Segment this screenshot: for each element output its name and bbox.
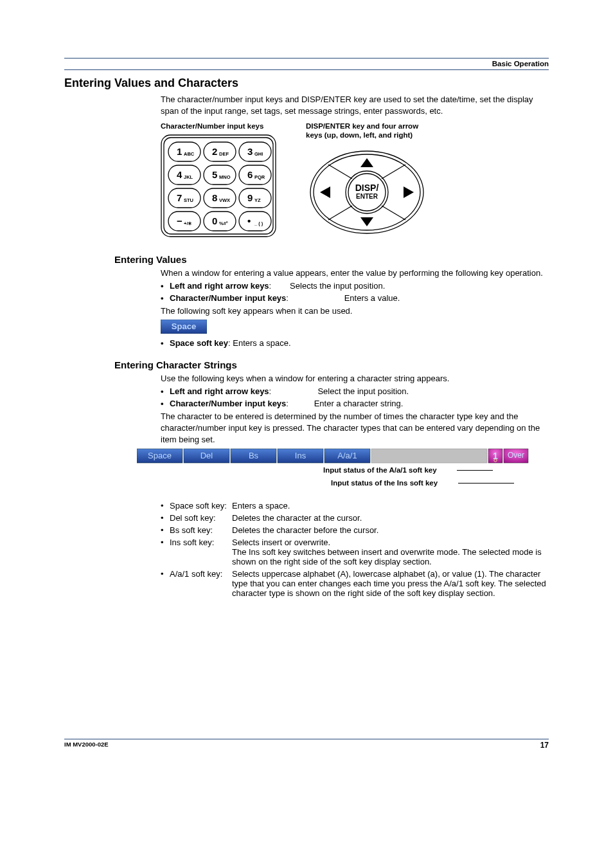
svg-text:%#°: %#° — [219, 221, 228, 226]
keypad-right-label: DISP/ENTER key and four arrow keys (up, … — [306, 122, 473, 140]
svg-text:VWX: VWX — [219, 197, 230, 203]
svg-text:MNO: MNO — [219, 174, 231, 180]
doc-id: IM MV2000-02E — [64, 741, 109, 750]
svg-text:JKL: JKL — [184, 174, 193, 180]
svg-text:YZ: YZ — [254, 197, 261, 203]
svg-rect-64 — [371, 449, 487, 463]
svg-text:9: 9 — [247, 192, 253, 203]
values-li2: • Character/Number input keys: Enters a … — [161, 293, 549, 303]
page-number: 17 — [540, 741, 549, 750]
svg-text:_ ( ): _ ( ) — [254, 221, 263, 226]
svg-text:5: 5 — [212, 169, 217, 180]
strings-heading: Entering Character Strings — [114, 359, 549, 370]
space-softkey-icon: Space — [161, 320, 207, 334]
svg-text:4: 4 — [177, 169, 182, 180]
svg-text:Bs: Bs — [249, 451, 259, 460]
keypad-illustration: .kb { fill:#fff; stroke:#000; stroke-wid… — [161, 134, 276, 237]
values-heading: Entering Values — [114, 254, 549, 265]
svg-text:Del: Del — [200, 451, 213, 460]
intro-text: The character/number input keys and DISP… — [161, 94, 549, 116]
page-title: Entering Values and Characters — [64, 77, 549, 90]
svg-text:+/∗: +/∗ — [184, 221, 192, 226]
callout-ins: Input status of the Ins soft key — [331, 479, 438, 487]
svg-text:7: 7 — [177, 192, 182, 203]
strings-intro: Use the following keys when a window for… — [161, 373, 549, 384]
svg-text:DISP/: DISP/ — [355, 183, 379, 193]
svg-text:1: 1 — [493, 451, 498, 461]
svg-text:8: 8 — [212, 192, 217, 203]
softkey-bar-illustration: SpaceDelBsInsA/a/1 1 Over — [137, 448, 529, 464]
svg-text:Space: Space — [172, 321, 196, 331]
svg-text:A/a/1: A/a/1 — [337, 451, 357, 460]
svg-text:GHI: GHI — [254, 151, 263, 157]
svg-text:0: 0 — [212, 215, 217, 226]
svg-text:ENTER: ENTER — [356, 193, 378, 200]
svg-text:•: • — [247, 215, 251, 226]
page-footer: IM MV2000-02E 17 — [64, 739, 549, 750]
svg-text:6: 6 — [247, 169, 253, 180]
callout-aa1: Input status of the A/a/1 soft key — [323, 466, 437, 474]
softkey-descriptions: •Space soft key:Enters a space.•Del soft… — [161, 501, 549, 598]
strings-li2: • Character/Number input keys: Enter a c… — [161, 399, 549, 408]
values-li3: • Space soft key: Enters a space. — [161, 338, 549, 348]
svg-text:2: 2 — [212, 146, 217, 157]
values-li1: • Left and right arrow keys: Selects the… — [161, 281, 549, 291]
svg-text:−: − — [177, 215, 182, 226]
header-section: Basic Operation — [64, 60, 549, 69]
svg-text:3: 3 — [247, 146, 253, 157]
disp-enter-illustration: DISP/ ENTER — [306, 144, 428, 240]
svg-text:Over: Over — [508, 451, 524, 460]
svg-text:DEF: DEF — [219, 151, 229, 157]
strings-li1: • Left and right arrow keys: Select the … — [161, 386, 549, 396]
svg-text:1: 1 — [177, 146, 182, 157]
svg-text:Ins: Ins — [295, 451, 306, 460]
values-intro: When a window for entering a value appea… — [161, 267, 549, 279]
svg-text:ABC: ABC — [184, 151, 195, 157]
svg-text:Space: Space — [148, 451, 172, 460]
svg-text:PQR: PQR — [254, 174, 265, 180]
svg-text:STU: STU — [184, 197, 193, 203]
values-note: The following soft key appears when it c… — [161, 305, 549, 317]
keypad-left-label: Character/Number input keys — [161, 122, 301, 131]
strings-note: The character to be entered is determine… — [161, 411, 549, 445]
